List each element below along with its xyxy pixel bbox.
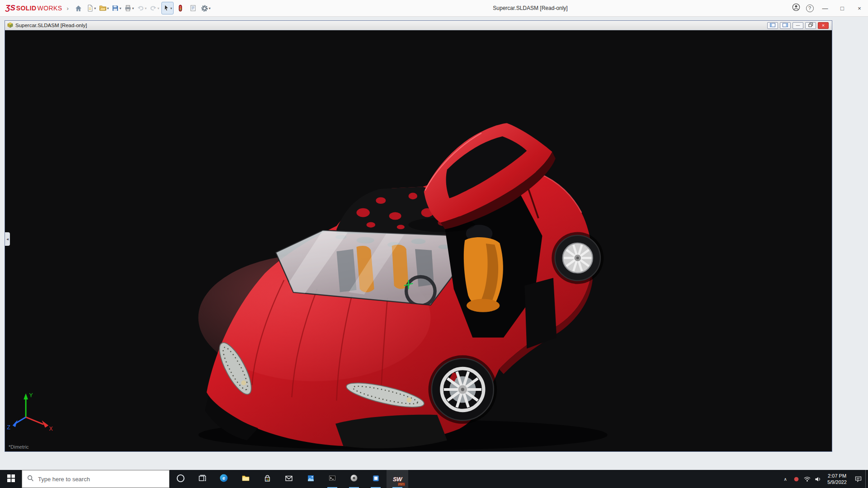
taskbar-app-cortana[interactable] <box>170 470 191 488</box>
taskbar-app-terminal[interactable] <box>321 470 343 488</box>
restore-down-icon <box>808 23 813 28</box>
graphics-area[interactable]: Y X Z ◂ *Dimetric <box>5 30 832 451</box>
edge-browser-icon: e <box>219 474 228 484</box>
new-document-button[interactable]: ▾ <box>85 2 97 14</box>
search-input[interactable] <box>38 476 164 483</box>
hidden-icons-chevron[interactable]: ∧ <box>780 470 791 488</box>
doc-minimize-button[interactable]: — <box>793 22 803 29</box>
dropdown-caret-icon[interactable]: ▾ <box>157 6 159 10</box>
rebuild-button[interactable] <box>175 2 186 14</box>
document-window: Supercar.SLDASM [Read-only] — × <box>5 20 832 452</box>
account-button[interactable] <box>789 0 803 16</box>
front-wheel[interactable] <box>429 355 497 424</box>
document-title: Supercar.SLDASM [Read-only] <box>15 23 87 28</box>
taskbar-app-blue[interactable] <box>365 470 387 488</box>
task-view-icon <box>198 474 206 484</box>
blue-app-icon <box>372 474 380 484</box>
taskbar-search[interactable] <box>22 470 170 488</box>
terminal-icon <box>328 474 336 483</box>
toolbar-expand-chevron-icon[interactable]: › <box>66 5 68 12</box>
next-window-icon <box>783 23 788 28</box>
doc-close-button[interactable]: × <box>818 22 829 29</box>
start-button[interactable] <box>0 470 22 488</box>
cad-viewer-sphere-icon <box>350 474 358 484</box>
dropdown-caret-icon[interactable]: ▾ <box>119 6 121 10</box>
show-desktop-button[interactable] <box>865 470 868 488</box>
windows-start-icon <box>7 474 15 484</box>
select-button[interactable]: ▾ <box>161 2 174 14</box>
taskbar-app-store[interactable] <box>256 470 278 488</box>
redo-button[interactable]: ▾ <box>149 2 160 14</box>
file-properties-icon <box>189 5 197 12</box>
close-button[interactable]: × <box>851 0 868 16</box>
cortana-icon <box>176 474 185 484</box>
taskbar-app-file-explorer[interactable] <box>235 470 256 488</box>
volume-icon[interactable] <box>812 470 823 488</box>
windows-taskbar: e SW 2021 ∧ <box>0 470 868 488</box>
open-button[interactable]: ▾ <box>98 2 110 14</box>
help-button[interactable]: ? <box>803 0 816 16</box>
quick-access-toolbar: ▾ ▾ ▾ ▾ ▾ ▾ ▾ <box>72 0 212 16</box>
redo-icon <box>150 5 157 12</box>
document-titlebar[interactable]: Supercar.SLDASM [Read-only] — × <box>5 21 832 30</box>
taskbar-app-cad-viewer[interactable] <box>343 470 365 488</box>
doc-restore-button[interactable] <box>805 22 816 29</box>
ds-logo-mark: ƷS <box>5 4 15 13</box>
new-document-icon <box>86 5 94 12</box>
app-window-controls: ? — □ × <box>789 0 868 16</box>
triad-z-label: Z <box>7 424 11 431</box>
solidworks-logo: ƷS SOLID WORKS <box>5 4 62 13</box>
taskbar-app-photos[interactable] <box>300 470 321 488</box>
rear-wheel[interactable] <box>552 232 604 284</box>
store-bag-icon <box>264 474 271 484</box>
previous-window-icon <box>770 23 775 28</box>
brand-solid: SOLID <box>16 5 37 12</box>
system-tray: ∧ 2:07 PM 5/9/2022 <box>780 470 868 488</box>
rebuild-traffic-light-icon <box>177 5 184 12</box>
minimize-button[interactable]: — <box>816 0 834 16</box>
undo-icon <box>137 5 144 12</box>
dropdown-caret-icon[interactable]: ▾ <box>94 6 96 10</box>
triad-y-label: Y <box>29 392 33 399</box>
mail-envelope-icon <box>285 475 293 483</box>
home-icon <box>75 5 82 12</box>
taskbar-app-solidworks[interactable]: SW 2021 <box>387 470 408 488</box>
view-orientation-label: *Dimetric <box>9 444 29 450</box>
taskbar-app-mail[interactable] <box>278 470 300 488</box>
save-icon <box>112 5 119 12</box>
undo-button[interactable]: ▾ <box>136 2 148 14</box>
app-title: Supercar.SLDASM [Read-only] <box>493 5 567 11</box>
dropdown-caret-icon[interactable]: ▾ <box>170 6 172 10</box>
file-explorer-icon <box>241 474 250 484</box>
dropdown-caret-icon[interactable]: ▾ <box>209 6 211 10</box>
options-button[interactable]: ▾ <box>200 2 212 14</box>
taskbar-app-task-view[interactable] <box>191 470 213 488</box>
maximize-button[interactable]: □ <box>834 0 851 16</box>
solidworks-year-badge: 2021 <box>398 483 405 486</box>
open-folder-icon <box>99 5 107 12</box>
dropdown-caret-icon[interactable]: ▾ <box>107 6 109 10</box>
dropdown-caret-icon[interactable]: ▾ <box>132 6 134 10</box>
previous-window-button[interactable] <box>767 22 778 29</box>
print-icon <box>124 5 132 12</box>
action-center-button[interactable] <box>851 470 865 488</box>
assembly-icon <box>7 22 13 29</box>
collapse-left-icon: ◂ <box>6 237 9 241</box>
tray-status-icon[interactable] <box>791 470 802 488</box>
clock-date: 5/9/2022 <box>827 479 847 485</box>
help-icon: ? <box>806 5 814 12</box>
home-button[interactable] <box>73 2 85 14</box>
featuremanager-collapse-tab[interactable]: ◂ <box>5 232 10 246</box>
print-button[interactable]: ▾ <box>123 2 135 14</box>
next-window-button[interactable] <box>780 22 791 29</box>
dropdown-caret-icon[interactable]: ▾ <box>145 6 146 10</box>
app-client-area: Supercar.SLDASM [Read-only] — × <box>0 17 868 470</box>
supercar-model[interactable]: Y X Z <box>5 30 832 451</box>
select-cursor-icon <box>163 5 170 12</box>
file-properties-button[interactable] <box>187 2 199 14</box>
photos-icon <box>307 474 315 484</box>
network-icon[interactable] <box>802 470 812 488</box>
taskbar-clock[interactable]: 2:07 PM 5/9/2022 <box>823 473 851 486</box>
save-button[interactable]: ▾ <box>111 2 123 14</box>
taskbar-app-edge[interactable]: e <box>213 470 235 488</box>
